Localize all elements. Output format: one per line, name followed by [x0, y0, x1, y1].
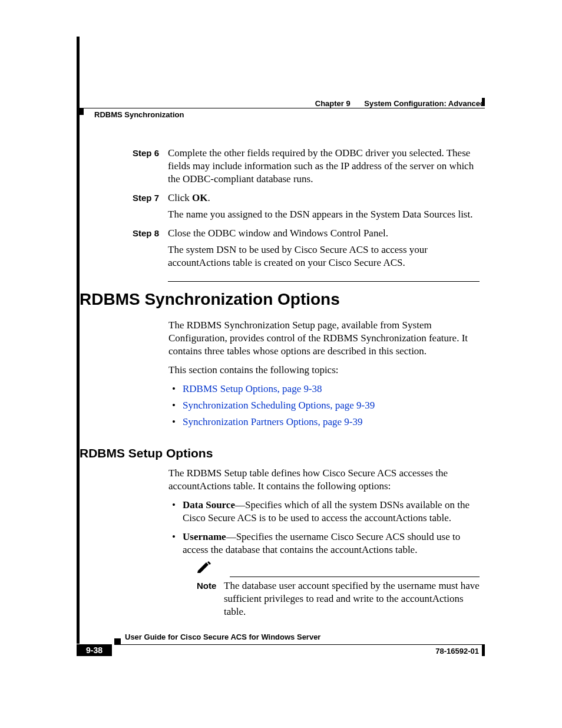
footer-rule — [114, 644, 485, 645]
toc-item: Synchronization Scheduling Options, page… — [168, 399, 480, 412]
step-label: Step 8 — [133, 227, 168, 273]
setup-intro: The RDBMS Setup table defines how Cisco … — [168, 467, 480, 493]
toc-list: RDBMS Setup Options, page 9-38 Synchroni… — [168, 383, 480, 429]
steps-block: Step 6 Complete the other fields require… — [133, 147, 480, 282]
intro-para: The RDBMS Synchronization Setup page, av… — [168, 319, 480, 358]
page-number-box: 9-38 — [77, 644, 112, 656]
intro-para: This section contains the following topi… — [168, 364, 480, 377]
step-row: Step 7 Click OK. The name you assigned t… — [133, 192, 480, 225]
note-label: Note — [197, 579, 224, 618]
toc-link[interactable]: Synchronization Scheduling Options, page… — [183, 400, 375, 411]
note-rule — [230, 577, 480, 577]
chapter-title: System Configuration: Advanced — [364, 99, 485, 108]
heading-2: RDBMS Setup Options — [80, 446, 213, 460]
intro-block: The RDBMS Synchronization Setup page, av… — [168, 319, 480, 432]
option-item: Data Source—Specifies which of all the s… — [168, 499, 480, 525]
page: Chapter 9 System Configuration: Advanced… — [0, 0, 562, 728]
footer: User Guide for Cisco Secure ACS for Wind… — [77, 633, 485, 643]
toc-item: Synchronization Partners Options, page 9… — [168, 416, 480, 429]
pen-icon — [197, 561, 230, 577]
step-text: The name you assigned to the DSN appears… — [168, 208, 480, 221]
heading-1: RDBMS Synchronization Options — [80, 290, 340, 309]
step-row: Step 6 Complete the other fields require… — [133, 147, 480, 189]
setup-block: The RDBMS Setup table defines how Cisco … — [168, 467, 480, 624]
step-body: Complete the other fields required by th… — [168, 147, 480, 189]
option-item: Username—Specifies the username Cisco Se… — [168, 531, 480, 618]
step-label: Step 7 — [133, 192, 168, 225]
footer-title: User Guide for Cisco Secure ACS for Wind… — [125, 633, 320, 641]
step-label: Step 6 — [133, 147, 168, 189]
step-text: Click OK. — [168, 192, 480, 205]
header-tick-right — [482, 98, 485, 106]
note-text: The database user account specified by t… — [224, 579, 480, 618]
steps-end-rule — [168, 281, 480, 282]
toc-link[interactable]: Synchronization Partners Options, page 9… — [183, 416, 362, 427]
doc-number: 78-16592-01 — [435, 647, 479, 655]
step-text: The system DSN to be used by Cisco Secur… — [168, 243, 480, 269]
section-label: RDBMS Synchronization — [94, 110, 184, 119]
step-text: Complete the other fields required by th… — [168, 147, 480, 186]
footer-spine — [77, 37, 80, 644]
option-term: Data Source — [183, 499, 235, 510]
option-term: Username — [183, 531, 226, 542]
note-block: Note The database user account specified… — [197, 561, 480, 618]
step-row: Step 8 Close the ODBC window and Windows… — [133, 227, 480, 273]
toc-link[interactable]: RDBMS Setup Options, page 9-38 — [183, 383, 322, 394]
header-rule — [77, 108, 485, 108]
step-body: Click OK. The name you assigned to the D… — [168, 192, 480, 225]
running-header: Chapter 9 System Configuration: Advanced — [77, 99, 485, 108]
options-list: Data Source—Specifies which of all the s… — [168, 499, 480, 618]
step-text: Close the ODBC window and Windows Contro… — [168, 227, 480, 240]
step-body: Close the ODBC window and Windows Contro… — [168, 227, 480, 273]
footer-tick-right — [482, 644, 485, 656]
chapter-number: Chapter 9 — [315, 99, 351, 108]
toc-item: RDBMS Setup Options, page 9-38 — [168, 383, 480, 396]
